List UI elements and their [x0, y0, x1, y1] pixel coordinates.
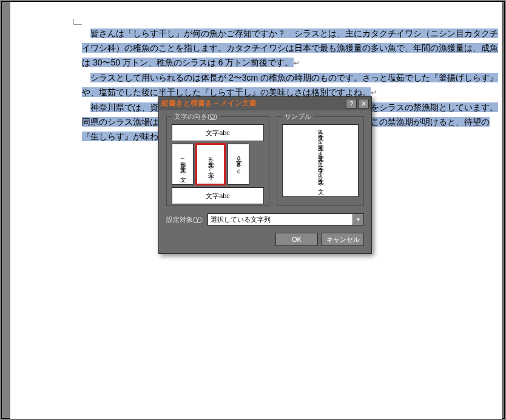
sample-group: サンプル 文字abc文 字abc文字 abc文字abc 文字abc文 — [277, 116, 364, 206]
text-direction-dialog: 縦書きと横書き – メイン文書 ? ✕ 文字の向き(O) 文字abc — [158, 96, 372, 254]
apply-target-value: 選択している文字列 — [211, 215, 271, 224]
apply-target-combo[interactable]: 選択している文字列 ▼ — [207, 213, 364, 225]
sample-preview: 文字abc文 字abc文字 abc文字abc 文字abc文 — [282, 124, 359, 197]
chevron-down-icon[interactable]: ▼ — [353, 214, 363, 225]
paragraph-mark: ↵ — [294, 59, 300, 67]
orient-vertical-left[interactable]: 字↓ 文字abc文 — [172, 144, 194, 185]
dialog-title: 縦書きと横書き – メイン文書 — [161, 98, 345, 108]
ruler-indent-marker[interactable] — [73, 19, 82, 25]
ok-button[interactable]: OK — [275, 233, 318, 246]
help-button[interactable]: ? — [346, 99, 357, 108]
app-frame: 皆さんは「しらす干し」が何の魚かご存知ですか？ シラスとは、主にカタクチイワシ（… — [1, 1, 505, 419]
sample-legend: サンプル — [282, 112, 314, 121]
orientation-legend: 文字の向き(O) — [172, 112, 220, 121]
dialog-body: 文字の向き(O) 文字abc 字↓ 文字abc文 文字abc文 字↓ — [159, 110, 371, 253]
paragraph-mark: ↵ — [371, 88, 377, 97]
apply-target-label: 設定対象(Y): — [166, 215, 204, 224]
orient-vertical-right[interactable]: 文字abc — [228, 144, 249, 185]
selected-text[interactable]: 皆さんは「しらす干し」が何の魚かご存知ですか？ シラスとは、主にカタクチイワシ（… — [82, 28, 498, 67]
close-button[interactable]: ✕ — [358, 99, 369, 108]
orient-vertical-center[interactable]: 文字abc文 字↓ — [196, 144, 225, 185]
orientation-group: 文字の向き(O) 文字abc 字↓ 文字abc文 文字abc文 字↓ — [166, 116, 269, 206]
dialog-titlebar[interactable]: 縦書きと横書き – メイン文書 ? ✕ — [159, 97, 371, 110]
orient-horizontal-rotated[interactable]: 文字abc — [172, 187, 264, 204]
cancel-button[interactable]: キャンセル — [322, 233, 364, 246]
orient-horizontal[interactable]: 文字abc — [172, 124, 264, 141]
selected-text[interactable]: シラスとして用いられるのは体長が 2〜3cm の稚魚の時期のものです。さっと塩茹… — [82, 73, 498, 97]
